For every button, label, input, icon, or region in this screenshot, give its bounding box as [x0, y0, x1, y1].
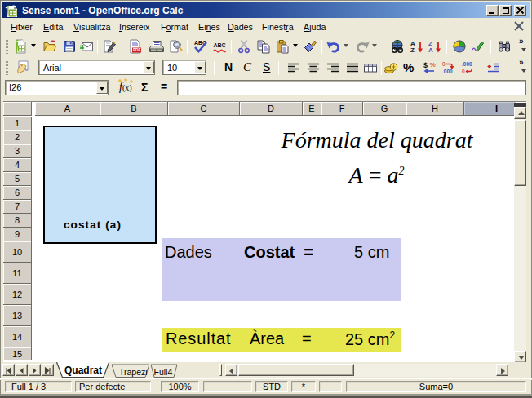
svg-text:0: 0: [442, 61, 446, 67]
svg-text:.000: .000: [442, 69, 453, 74]
svg-text:A: A: [428, 46, 433, 54]
svg-text:PDF: PDF: [133, 48, 140, 52]
svg-text:%: %: [430, 61, 436, 69]
svg-text:0: 0: [462, 69, 465, 74]
svg-text:ABC: ABC: [214, 42, 226, 48]
svg-text:$: $: [423, 61, 428, 69]
svg-text:Z: Z: [410, 46, 415, 54]
svg-text:.000: .000: [462, 61, 472, 67]
